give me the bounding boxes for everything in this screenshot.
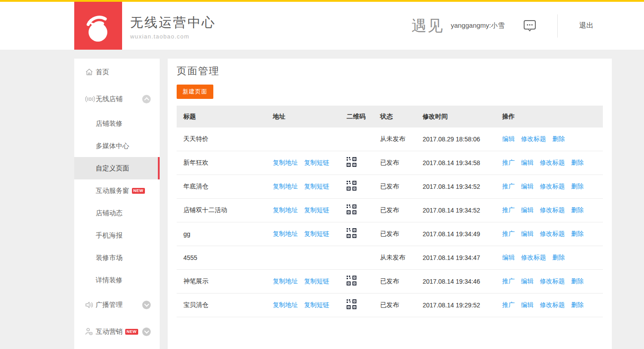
status-cell: 已发布 — [380, 159, 423, 167]
sidebar-item-label: 互动服务窗 — [96, 187, 129, 195]
new-page-button[interactable]: 新建页面 — [177, 85, 213, 99]
sidebar-item-mobile-poster[interactable]: 手机海报 — [74, 224, 160, 247]
promote-link[interactable]: 推广 — [502, 159, 515, 166]
promote-link[interactable]: 推广 — [502, 230, 515, 237]
sidebar-item-shop-decoration[interactable]: 店铺装修 — [74, 112, 160, 135]
status-cell: 已发布 — [380, 230, 423, 238]
table-row: 店铺双十二活动复制地址复制短链已发布2017.08.14 19:34:52推广编… — [177, 199, 603, 222]
promote-link[interactable]: 推广 — [502, 206, 515, 213]
address-cell: 复制地址复制短链 — [273, 183, 347, 191]
sidebar-item-interactive-service-window[interactable]: 互动服务窗NEW — [74, 179, 160, 202]
edit-link[interactable]: 编辑 — [521, 277, 534, 285]
app-logo[interactable] — [74, 2, 122, 50]
copy-address-link[interactable]: 复制地址 — [273, 206, 298, 213]
address-cell: 复制地址复制短链 — [273, 159, 347, 167]
sidebar-item-wireless-shop[interactable]: 无线店铺 — [74, 85, 160, 112]
edit-link[interactable]: 编辑 — [521, 301, 534, 308]
delete-link[interactable]: 删除 — [571, 230, 584, 237]
rename-link[interactable]: 修改标题 — [540, 183, 565, 190]
rename-link[interactable]: 修改标题 — [540, 277, 565, 285]
logout-button[interactable]: 退出 — [579, 21, 593, 30]
copy-address-link[interactable]: 复制地址 — [273, 159, 298, 166]
edit-link[interactable]: 编辑 — [502, 135, 515, 142]
qr-code-icon[interactable] — [347, 228, 357, 238]
app-subtitle: wuxian.taobao.com — [130, 33, 216, 40]
address-cell: 复制地址复制短链 — [273, 277, 347, 285]
qr-code-icon[interactable] — [347, 204, 357, 215]
copy-address-link[interactable]: 复制地址 — [273, 277, 298, 285]
copy-shortlink-link[interactable]: 复制短链 — [304, 206, 329, 213]
promote-link[interactable]: 推广 — [502, 183, 515, 190]
sidebar-item-interactive-marketing[interactable]: 互动营销NEW — [74, 318, 160, 345]
chevron-down-icon[interactable] — [142, 301, 151, 309]
copy-shortlink-link[interactable]: 复制短链 — [304, 183, 329, 190]
table-row: gg复制地址复制短链已发布2017.08.14 19:34:49推广编辑修改标题… — [177, 222, 603, 246]
qr-code-icon[interactable] — [347, 157, 357, 167]
page-title-cell: 店铺双十二活动 — [177, 206, 273, 214]
copy-address-link[interactable]: 复制地址 — [273, 183, 298, 190]
page-title-cell: gg — [177, 230, 273, 238]
delete-link[interactable]: 删除 — [571, 277, 584, 285]
rename-link[interactable]: 修改标题 — [540, 230, 565, 237]
delete-link[interactable]: 删除 — [571, 301, 584, 308]
modified-time-cell: 2017.08.29 18:58:06 — [423, 136, 502, 143]
copy-shortlink-link[interactable]: 复制短链 — [304, 230, 329, 237]
edit-link[interactable]: 编辑 — [521, 206, 534, 213]
message-bubble-icon[interactable] — [523, 20, 537, 32]
copy-shortlink-link[interactable]: 复制短链 — [304, 301, 329, 308]
column-header: 操作 — [502, 113, 603, 121]
delete-link[interactable]: 删除 — [571, 159, 584, 166]
sidebar-item-decoration-market[interactable]: 装修市场 — [74, 247, 160, 269]
edit-link[interactable]: 编辑 — [502, 254, 515, 261]
edit-link[interactable]: 编辑 — [521, 230, 534, 237]
table-row: 4555从未发布2017.08.14 19:34:47编辑修改标题删除 — [177, 246, 603, 270]
header-right: 遇见 yanggangmy:小雪 退出 — [411, 2, 644, 50]
promote-link[interactable]: 推广 — [502, 277, 515, 285]
edit-link[interactable]: 编辑 — [521, 159, 534, 166]
actions-cell: 推广编辑修改标题删除 — [502, 301, 603, 309]
rename-link[interactable]: 修改标题 — [540, 159, 565, 166]
sidebar-item-detail-decoration[interactable]: 详情装修 — [74, 269, 160, 291]
sidebar-item-label: 自定义页面 — [96, 164, 129, 173]
actions-cell: 编辑修改标题删除 — [502, 135, 603, 143]
status-cell: 从未发布 — [380, 254, 423, 262]
sidebar-item-custom-pages[interactable]: 自定义页面 — [74, 157, 160, 179]
table-row: 新年狂欢复制地址复制短链已发布2017.08.14 19:34:58推广编辑修改… — [177, 151, 603, 175]
person-icon — [85, 328, 96, 336]
chevron-up-icon[interactable] — [142, 95, 151, 103]
speech-bubble-wifi-icon — [74, 43, 122, 51]
qr-cell — [347, 181, 380, 192]
page-title: 页面管理 — [177, 66, 603, 77]
qr-code-icon[interactable] — [347, 276, 357, 286]
edit-link[interactable]: 编辑 — [521, 183, 534, 190]
sidebar-item-label: 广播管理 — [96, 301, 123, 309]
copy-shortlink-link[interactable]: 复制短链 — [304, 159, 329, 166]
rename-link[interactable]: 修改标题 — [521, 254, 546, 261]
address-cell: 复制地址复制短链 — [273, 206, 347, 214]
qr-cell — [347, 204, 380, 216]
delete-link[interactable]: 删除 — [552, 135, 565, 142]
delete-link[interactable]: 删除 — [571, 206, 584, 213]
page-title-cell: 新年狂欢 — [177, 159, 273, 167]
qr-code-icon[interactable] — [347, 299, 357, 310]
promote-link[interactable]: 推广 — [502, 301, 515, 308]
actions-cell: 编辑修改标题删除 — [502, 254, 603, 262]
chevron-down-icon[interactable] — [142, 328, 151, 336]
delete-link[interactable]: 删除 — [552, 254, 565, 261]
sidebar-item-label: 店铺装修 — [96, 119, 123, 128]
sidebar-item-home[interactable]: 首页 — [74, 59, 160, 85]
copy-address-link[interactable]: 复制地址 — [273, 230, 298, 237]
page-title-cell: 天天特价 — [177, 135, 273, 143]
copy-shortlink-link[interactable]: 复制短链 — [304, 277, 329, 285]
rename-link[interactable]: 修改标题 — [540, 206, 565, 213]
sidebar-item-broadcast-management[interactable]: 广播管理 — [74, 291, 160, 318]
sidebar-item-media-center[interactable]: 多媒体中心 — [74, 135, 160, 157]
sidebar-item-shop-updates[interactable]: 店铺动态 — [74, 202, 160, 224]
modified-time-cell: 2017.08.14 19:34:52 — [423, 207, 502, 214]
qr-code-icon[interactable] — [347, 181, 357, 191]
rename-link[interactable]: 修改标题 — [540, 301, 565, 308]
delete-link[interactable]: 删除 — [571, 183, 584, 190]
rename-link[interactable]: 修改标题 — [521, 135, 546, 142]
sidebar-item-label: 店铺动态 — [96, 209, 123, 217]
copy-address-link[interactable]: 复制地址 — [273, 301, 298, 308]
